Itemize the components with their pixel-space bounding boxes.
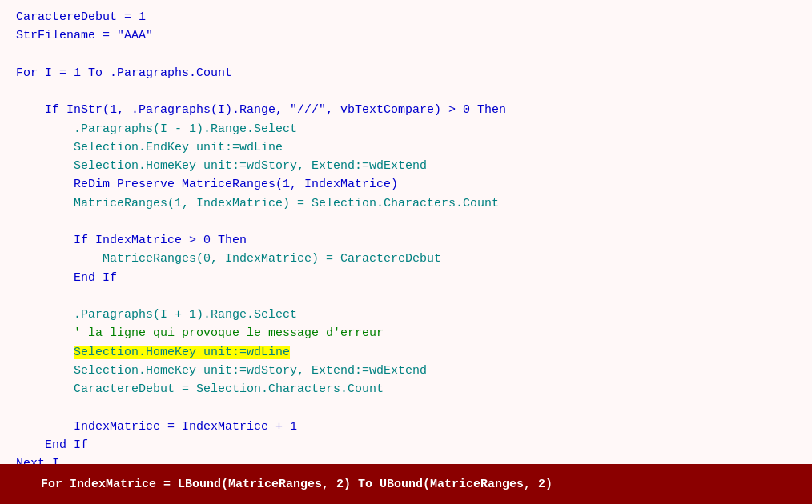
code-editor: CaractereDebut = 1StrFilename = "AAA" Fo… xyxy=(0,0,812,464)
code-line xyxy=(16,287,796,306)
code-line xyxy=(16,82,796,101)
code-line: .Paragraphs(I - 1).Range.Select xyxy=(16,120,796,138)
code-line: MatriceRanges(0, IndexMatrice) = Caracte… xyxy=(16,250,796,268)
code-line: Selection.HomeKey unit:=wdStory, Extend:… xyxy=(16,157,796,175)
code-line: MatriceRanges(1, IndexMatrice) = Selecti… xyxy=(16,194,796,213)
code-line xyxy=(16,46,796,64)
code-line xyxy=(16,213,796,231)
code-line xyxy=(16,398,796,417)
code-line: Selection.HomeKey unit:=wdLine xyxy=(16,343,796,362)
status-bar-text: For IndexMatrice = LBound(MatriceRanges,… xyxy=(12,478,553,491)
highlighted-code: Selection.HomeKey unit:=wdLine xyxy=(74,346,290,359)
code-line: CaractereDebut = Selection.Characters.Co… xyxy=(16,380,796,398)
code-line: ' la ligne qui provoque le message d'err… xyxy=(16,324,796,342)
code-line: StrFilename = "AAA" xyxy=(16,26,796,45)
code-line: .Paragraphs(I + 1).Range.Select xyxy=(16,306,796,324)
code-line: For I = 1 To .Paragraphs.Count xyxy=(16,64,796,82)
status-bar: For IndexMatrice = LBound(MatriceRanges,… xyxy=(0,464,812,504)
code-line: If IndexMatrice > 0 Then xyxy=(16,231,796,250)
code-line: Selection.EndKey unit:=wdLine xyxy=(16,138,796,157)
code-line: CaractereDebut = 1 xyxy=(16,8,796,26)
code-line: Next I xyxy=(16,454,796,464)
code-line: ReDim Preserve MatriceRanges(1, IndexMat… xyxy=(16,175,796,194)
code-line: IndexMatrice = IndexMatrice + 1 xyxy=(16,418,796,436)
code-line: End If xyxy=(16,436,796,454)
code-line: Selection.HomeKey unit:=wdStory, Extend:… xyxy=(16,362,796,380)
code-line: End If xyxy=(16,269,796,287)
code-line: If InStr(1, .Paragraphs(I).Range, "///",… xyxy=(16,101,796,119)
